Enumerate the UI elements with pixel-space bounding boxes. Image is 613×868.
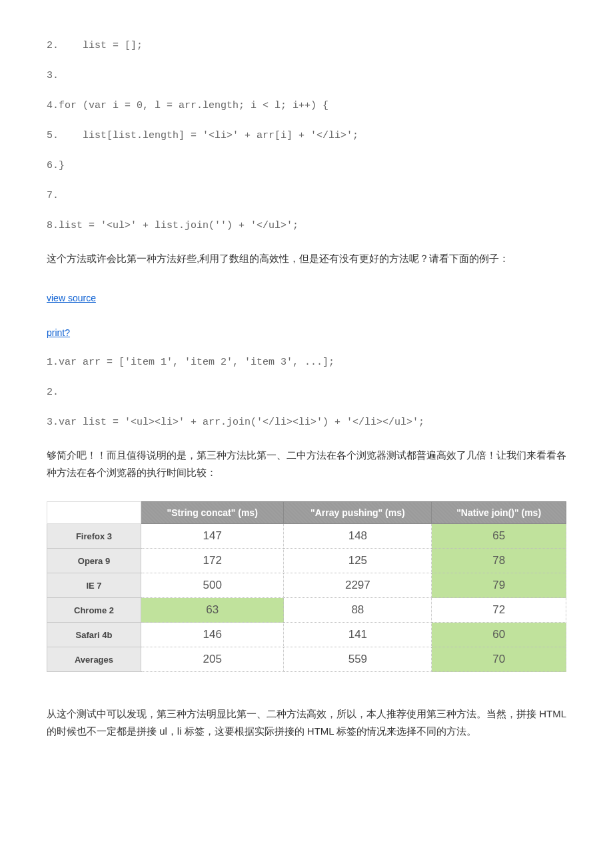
table-row: Firefox 314714865 [47, 524, 566, 549]
table-cell: 148 [284, 524, 432, 549]
code-line: 5. list[list.length] = '<li>' + arr[i] +… [47, 130, 566, 141]
table-row: Safari 4b14614160 [47, 623, 566, 647]
row-label: Firefox 3 [47, 524, 141, 549]
row-label: Safari 4b [47, 623, 141, 647]
row-label: Chrome 2 [47, 598, 141, 623]
table-cell: 559 [284, 647, 432, 672]
paragraph-1: 这个方法或许会比第一种方法好些,利用了数组的高效性，但是还有没有更好的方法呢？请… [47, 250, 566, 267]
table-cell: 70 [432, 647, 566, 672]
table-cell: 63 [141, 598, 284, 623]
table-row: Averages20555970 [47, 647, 566, 672]
code-line: 7. [47, 190, 566, 201]
code-line: 4.for (var i = 0, l = arr.length; i < l;… [47, 100, 566, 111]
table-cell: 205 [141, 647, 284, 672]
table-cell: 500 [141, 573, 284, 598]
code-line: 3. [47, 70, 566, 81]
table-cell: 72 [432, 598, 566, 623]
benchmark-table-body: Firefox 314714865Opera 917212578IE 75002… [47, 524, 566, 672]
table-cell: 88 [284, 598, 432, 623]
table-cell: 125 [284, 549, 432, 573]
paragraph-2: 够简介吧！！而且值得说明的是，第三种方法比第一、二中方法在各个浏览器测试都普遍高… [47, 447, 566, 481]
benchmark-table: "String concat" (ms) "Array pushing" (ms… [47, 501, 566, 672]
code-line: 2. [47, 387, 566, 398]
table-cell: 60 [432, 623, 566, 647]
table-cell: 2297 [284, 573, 432, 598]
table-cell: 65 [432, 524, 566, 549]
code-line: 6.} [47, 160, 566, 171]
table-row: Chrome 2638872 [47, 598, 566, 623]
row-label: IE 7 [47, 573, 141, 598]
table-header-row: "String concat" (ms) "Array pushing" (ms… [47, 502, 566, 524]
column-header: "String concat" (ms) [141, 502, 284, 524]
table-cell: 146 [141, 623, 284, 647]
table-corner-cell [47, 502, 141, 524]
code-line: 2. list = []; [47, 40, 566, 51]
code-line: 3.var list = '<ul><li>' + arr.join('</li… [47, 417, 566, 428]
view-source-link[interactable]: view source [47, 293, 96, 303]
table-row: Opera 917212578 [47, 549, 566, 573]
document-page: 2. list = []; 3. 4.for (var i = 0, l = a… [47, 0, 566, 813]
column-header: "Native join()" (ms) [432, 502, 566, 524]
table-cell: 172 [141, 549, 284, 573]
paragraph-3: 从这个测试中可以发现，第三种方法明显比第一、二种方法高效，所以，本人推荐使用第三… [47, 705, 566, 740]
table-cell: 78 [432, 549, 566, 573]
table-cell: 147 [141, 524, 284, 549]
row-label: Averages [47, 647, 141, 672]
code-block-2: 1.var arr = ['item 1', 'item 2', 'item 3… [47, 357, 566, 428]
table-row: IE 7500229779 [47, 573, 566, 598]
table-cell: 141 [284, 623, 432, 647]
print-link[interactable]: print? [47, 327, 70, 338]
column-header: "Array pushing" (ms) [284, 502, 432, 524]
row-label: Opera 9 [47, 549, 141, 573]
code-line: 8.list = '<ul>' + list.join('') + '</ul>… [47, 220, 566, 231]
code-block-1: 2. list = []; 3. 4.for (var i = 0, l = a… [47, 40, 566, 231]
code-line: 1.var arr = ['item 1', 'item 2', 'item 3… [47, 357, 566, 368]
table-cell: 79 [432, 573, 566, 598]
